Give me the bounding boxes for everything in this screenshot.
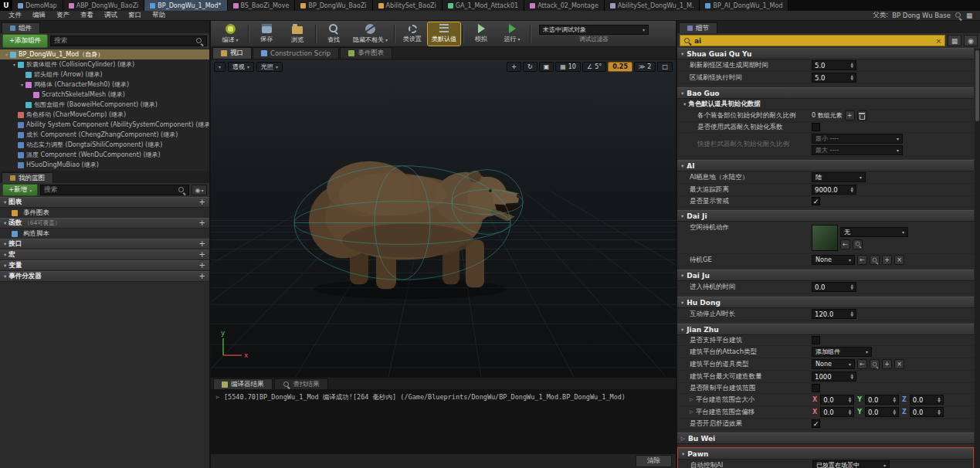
add-icon[interactable]: + xyxy=(199,273,205,280)
component-tree-row[interactable]: 温度 Component (WenDuComponent) (继承) xyxy=(0,150,209,160)
checkbox[interactable] xyxy=(812,384,820,392)
trash-button[interactable] xyxy=(857,110,867,120)
my-blueprint-section-header[interactable]: ▾事件分发器+ xyxy=(0,271,209,282)
checkbox[interactable] xyxy=(812,123,820,131)
menu-item[interactable]: 窗口 xyxy=(123,11,147,20)
grid-snap-button[interactable]: ▦ 10 xyxy=(555,62,581,72)
window-tab[interactable]: ABP_DongWu_BaoZi xyxy=(63,0,145,11)
class-settings-button[interactable]: 类设置 xyxy=(397,22,428,46)
my-blueprint-section-header[interactable]: ▾函数（64可覆盖）+ xyxy=(0,218,209,229)
component-tree-row[interactable]: ▾胶囊体组件 (CollisionCylinder) (继承) xyxy=(0,59,209,70)
component-tree-row[interactable]: ▾BP_DongWu_1_Mod（自身） xyxy=(0,49,209,59)
dropdown[interactable]: 最大 ----▾ xyxy=(812,145,903,155)
expander-icon[interactable]: ▷ xyxy=(690,409,693,415)
viewport[interactable]: ▾ 透视 ▾ 光照 ▾ + ↻ ▣ ▦ xyxy=(211,59,676,377)
number-input[interactable]: 0.0▲▼ xyxy=(812,282,856,292)
search-button[interactable] xyxy=(870,255,880,265)
clear-search-icon[interactable]: × xyxy=(935,37,941,45)
expander-icon[interactable]: ▷ xyxy=(690,397,693,402)
my-blueprint-section-header[interactable]: ▾变量+ xyxy=(0,260,209,271)
menu-item[interactable]: 查看 xyxy=(75,11,99,20)
window-tab[interactable]: GA_1_Mod_Attack01 xyxy=(443,0,524,11)
clear-button[interactable]: × xyxy=(894,359,904,369)
dropdown[interactable]: 陆▾ xyxy=(812,172,866,182)
my-blueprint-section-header[interactable]: ▾接口+ xyxy=(0,239,209,249)
rotation-snap-button[interactable]: ∠ 5° xyxy=(582,62,606,72)
number-input[interactable]: 120.0▲▼ xyxy=(812,309,856,319)
add-button[interactable]: + xyxy=(882,255,892,265)
add-icon[interactable]: + xyxy=(199,241,205,247)
dropdown[interactable]: None▾ xyxy=(812,359,855,369)
spinner-arrows[interactable]: ▲▼ xyxy=(849,409,851,415)
expander-icon[interactable]: ▾ xyxy=(3,52,10,57)
compiler-log[interactable]: ▷ [5540.70]BP_DongWu_1_Mod 编译成功![264 毫秒内… xyxy=(211,389,676,454)
lit-mode-button[interactable]: 光照 ▾ xyxy=(256,62,283,72)
expander-icon[interactable]: ▾ xyxy=(11,62,18,67)
tab-find-results[interactable]: 查找结果 xyxy=(274,378,328,389)
tab-compiler-results[interactable]: 编译器结果 xyxy=(213,378,273,389)
property-matrix-button[interactable]: ▦ xyxy=(948,35,961,46)
dropdown[interactable]: 已放置在场景中▾ xyxy=(812,460,890,468)
component-tree-row[interactable]: ScratchSkeletalMesh (继承) xyxy=(0,90,209,100)
property-subheader[interactable]: ▾角色默认道具初始化数据 xyxy=(677,99,974,110)
clear-button[interactable]: × xyxy=(894,255,904,265)
menu-item[interactable]: 编辑 xyxy=(27,11,51,20)
scale-tool-button[interactable]: ▣ xyxy=(539,62,554,72)
back-button[interactable]: ← xyxy=(840,239,850,249)
my-blueprint-item[interactable]: 事件图表 xyxy=(0,208,209,218)
dropdown[interactable]: 最小 ----▾ xyxy=(812,134,903,144)
window-tab[interactable]: BP_AI_DongWu_1_Mod xyxy=(700,0,788,11)
number-input[interactable]: 9000.0▲▼ xyxy=(812,185,856,195)
details-section-header[interactable]: ▾Jian Zhu xyxy=(677,324,974,335)
component-tree-row[interactable]: 角色移动 (CharMoveComp) (继承) xyxy=(0,110,209,120)
component-tree-row[interactable]: 动态实力调整 (DongtaiShiliComponent) (继承) xyxy=(0,140,209,150)
add-button[interactable]: + xyxy=(882,359,892,369)
spinner-arrows[interactable]: ▲▼ xyxy=(851,311,853,317)
class-defaults-button[interactable]: 类默认值 xyxy=(428,22,460,46)
find-button[interactable]: 查找 xyxy=(318,22,349,46)
browse-parent-icon[interactable]: ▦ xyxy=(966,12,972,19)
tab-details[interactable]: 细节 xyxy=(679,22,717,33)
search-icon[interactable] xyxy=(955,12,962,19)
window-tab[interactable]: AbilitySet_BaoZi xyxy=(373,0,443,11)
log-expander-icon[interactable]: ▷ xyxy=(216,394,219,400)
viewport-options-button[interactable]: ▾ xyxy=(214,62,226,72)
number-input[interactable]: 0.0▲▼ xyxy=(865,407,899,417)
number-input[interactable]: 0.0▲▼ xyxy=(910,395,944,405)
menu-item[interactable]: 资产 xyxy=(51,11,75,20)
rotate-tool-button[interactable]: ↻ xyxy=(523,62,537,72)
details-section-header[interactable]: ▾Shua Guai Qu Yu xyxy=(677,48,974,59)
add-icon[interactable]: + xyxy=(199,199,205,205)
window-tab[interactable]: BP_DongWu_BaoZi xyxy=(295,0,372,11)
component-tree-row[interactable]: 成长 Component (ChengZhangComponent) (继承) xyxy=(0,130,209,140)
add-new-button[interactable]: +新增 ▾ xyxy=(2,184,38,196)
add-icon[interactable]: + xyxy=(199,252,205,258)
details-section-header[interactable]: ▾Hu Dong xyxy=(677,297,974,308)
debug-object-dropdown[interactable]: 未选中调试对象▾ xyxy=(539,25,649,35)
save-button[interactable]: 保存 xyxy=(251,22,282,46)
view-options-button[interactable]: ◉ ▾ xyxy=(192,185,207,195)
my-blueprint-search-input[interactable]: 搜索 xyxy=(40,185,189,195)
asset-thumbnail[interactable] xyxy=(812,225,838,251)
spinner-arrows[interactable]: ▲▼ xyxy=(938,397,940,403)
add-icon[interactable]: + xyxy=(199,263,205,269)
scale-snap-button[interactable]: 0.25 xyxy=(608,62,632,72)
component-tree-row[interactable]: ▾网格体 (CharacterMesh0) (继承) xyxy=(0,80,209,90)
component-tree-row[interactable]: 包围盒组件 (BaoweiHeComponent) (继承) xyxy=(0,100,209,110)
menu-item[interactable]: 帮助 xyxy=(147,11,171,20)
window-tab[interactable]: Attack_02_Montage xyxy=(524,0,605,11)
add-button[interactable]: + xyxy=(845,110,855,120)
search-button[interactable] xyxy=(870,359,880,369)
window-tab[interactable]: AbilitySet_DongWu_1_M. xyxy=(605,0,700,11)
my-blueprint-section-header[interactable]: ▾宏+ xyxy=(0,249,209,260)
document-tab[interactable]: 事件图表 xyxy=(340,47,392,59)
details-section-header[interactable]: ▾AI xyxy=(677,160,974,171)
compile-button[interactable]: 编译▾ xyxy=(215,22,246,46)
add-component-button[interactable]: +添加组件 xyxy=(2,34,48,48)
number-input[interactable]: 0.0▲▼ xyxy=(865,395,899,405)
component-tree-row[interactable]: Ability System Component (AbilitySystemC… xyxy=(0,120,209,130)
search-button[interactable] xyxy=(853,239,863,249)
back-button[interactable]: ← xyxy=(857,255,867,265)
parent-class-link[interactable]: BP Dong Wu Base xyxy=(892,12,951,19)
menu-item[interactable]: 调试 xyxy=(99,11,123,20)
